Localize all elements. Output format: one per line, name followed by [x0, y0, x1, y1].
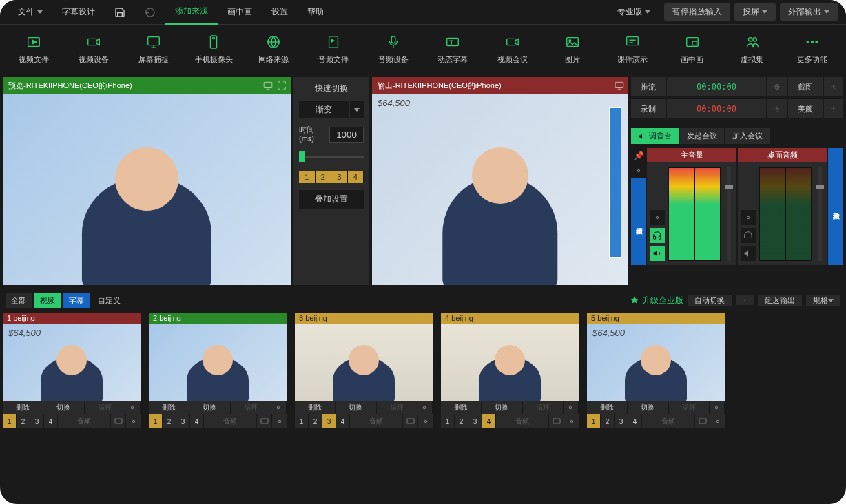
scene-thumbnail[interactable]: [295, 324, 433, 401]
scene-layer-4[interactable]: 4: [482, 414, 496, 428]
scene-switch[interactable]: 切换: [628, 401, 668, 414]
scene-layer-3[interactable]: 3: [322, 414, 336, 428]
scene-gear[interactable]: [125, 401, 141, 414]
scene-settings-icon[interactable]: [564, 414, 579, 428]
delay-output-button[interactable]: 延迟输出: [758, 295, 802, 306]
scene-thumbnail[interactable]: [441, 324, 579, 401]
menu-undo[interactable]: [135, 0, 165, 25]
scene-layer-3[interactable]: 3: [176, 414, 190, 428]
stream-button[interactable]: 推流: [631, 77, 666, 96]
maximize-icon[interactable]: [277, 81, 287, 90]
strip-gear-icon[interactable]: [650, 210, 665, 225]
transition-type-select[interactable]: 渐变: [299, 101, 364, 118]
scene-thumbnail[interactable]: [149, 324, 287, 401]
scene-card[interactable]: 4 beijing 删除 切换 循环 1234 音频: [441, 313, 579, 428]
tab-mixer[interactable]: 调音台: [631, 128, 679, 144]
tool-网络来源[interactable]: 网络来源: [245, 30, 302, 69]
scene-loop[interactable]: 循环: [231, 401, 271, 414]
scene-layer-1[interactable]: 1: [3, 414, 17, 428]
tool-画中画[interactable]: 画中画: [663, 30, 721, 69]
scene-audio[interactable]: 音频: [58, 414, 110, 428]
tool-动态字幕[interactable]: 动态字幕: [424, 30, 482, 69]
scene-thumbnail[interactable]: $64,500: [3, 324, 141, 401]
transition-slider[interactable]: [299, 156, 364, 158]
input-audio-side[interactable]: 输入音频: [828, 148, 843, 265]
scene-monitor-icon[interactable]: [402, 414, 417, 428]
scene-loop[interactable]: 循环: [523, 401, 564, 414]
transition-time-input[interactable]: [329, 127, 364, 143]
screenshot-button[interactable]: 截图: [788, 77, 823, 96]
menu-edition[interactable]: 专业版: [608, 0, 660, 25]
menu-subtitle-design[interactable]: 字幕设计: [52, 0, 105, 25]
scene-audio[interactable]: 音频: [350, 414, 402, 428]
headphones-icon[interactable]: [741, 228, 756, 243]
scene-gear[interactable]: [271, 401, 287, 414]
scene-thumbnail[interactable]: $64,500: [587, 324, 725, 401]
scene-settings-icon[interactable]: [710, 414, 725, 428]
scene-card[interactable]: 5 beijing $64,500 删除 切换 循环 1234 音频: [587, 313, 725, 428]
overlay-settings-button[interactable]: 叠加设置: [299, 190, 364, 209]
transition-preset-2[interactable]: 2: [316, 171, 332, 183]
scene-delete[interactable]: 删除: [441, 401, 482, 414]
beauty-settings-button[interactable]: [824, 99, 843, 118]
scene-delete[interactable]: 删除: [295, 401, 336, 414]
menu-add-source[interactable]: 添加来源: [165, 0, 218, 25]
transition-preset-3[interactable]: 3: [331, 171, 348, 183]
auto-switch-settings[interactable]: [736, 295, 754, 305]
menu-settings[interactable]: 设置: [262, 0, 298, 25]
record-settings-button[interactable]: [767, 99, 787, 118]
pin-icon[interactable]: 📌: [631, 148, 646, 163]
scene-gear[interactable]: [710, 401, 725, 414]
scene-card[interactable]: 3 beijing 删除 切换 循环 1234 音频: [295, 313, 433, 428]
scene-monitor-icon[interactable]: [110, 414, 125, 428]
scene-delete[interactable]: 删除: [587, 401, 628, 414]
strip-gear-icon[interactable]: [741, 210, 756, 225]
scene-layer-3[interactable]: 3: [30, 414, 44, 428]
scene-layer-3[interactable]: 3: [468, 414, 482, 428]
filter-video[interactable]: 视频: [34, 293, 61, 308]
scene-layer-2[interactable]: 2: [17, 414, 30, 428]
tool-更多功能[interactable]: 更多功能: [783, 30, 840, 69]
auto-switch-button[interactable]: 自动切换: [688, 295, 732, 306]
filter-custom[interactable]: 自定义: [92, 293, 126, 308]
record-button[interactable]: 录制: [631, 99, 666, 118]
scene-delete[interactable]: 删除: [149, 401, 189, 414]
scene-audio[interactable]: 音频: [642, 414, 694, 428]
scene-monitor-icon[interactable]: [548, 414, 564, 428]
tool-视频设备[interactable]: 视频设备: [65, 30, 123, 69]
fader-desktop[interactable]: [818, 167, 822, 261]
monitor-icon[interactable]: [263, 81, 273, 90]
headphones-icon[interactable]: [650, 228, 665, 243]
filter-subtitle[interactable]: 字幕: [63, 293, 90, 308]
pause-input-button[interactable]: 暂停播放输入: [664, 3, 730, 21]
tool-图片[interactable]: 图片: [544, 30, 601, 69]
tool-视频文件[interactable]: 视频文件: [6, 30, 63, 69]
scene-layer-1[interactable]: 1: [149, 414, 163, 428]
scene-monitor-icon[interactable]: [256, 414, 271, 428]
output-video[interactable]: $64,500: [372, 94, 628, 285]
tool-屏幕捕捉[interactable]: 屏幕捕捉: [125, 30, 183, 69]
tool-音频文件[interactable]: 音频文件: [305, 30, 362, 69]
mixer-gear-icon[interactable]: [631, 163, 646, 178]
transition-preset-4[interactable]: 4: [348, 171, 364, 183]
scene-gear[interactable]: [417, 401, 433, 414]
scene-layer-1[interactable]: 1: [587, 414, 601, 428]
fader-master[interactable]: [727, 167, 731, 261]
tool-手机摄像头[interactable]: 手机摄像头: [185, 30, 243, 69]
menu-help[interactable]: 帮助: [298, 0, 333, 25]
beauty-button[interactable]: 美颜: [788, 99, 823, 118]
filter-all[interactable]: 全部: [6, 293, 32, 308]
preview-video[interactable]: [3, 94, 291, 285]
menu-pip[interactable]: 画中画: [218, 0, 262, 25]
scene-layer-4[interactable]: 4: [44, 414, 58, 428]
menu-save[interactable]: [105, 0, 135, 25]
scene-layer-2[interactable]: 2: [601, 414, 615, 428]
scene-gear[interactable]: [564, 401, 579, 414]
scene-layer-2[interactable]: 2: [163, 414, 176, 428]
scene-layer-1[interactable]: 1: [295, 414, 309, 428]
scene-audio[interactable]: 音频: [204, 414, 256, 428]
transition-preset-1[interactable]: 1: [299, 171, 316, 183]
scene-layer-4[interactable]: 4: [336, 414, 350, 428]
cast-button[interactable]: 投屏: [734, 3, 776, 21]
spec-button[interactable]: 规格: [806, 295, 840, 306]
